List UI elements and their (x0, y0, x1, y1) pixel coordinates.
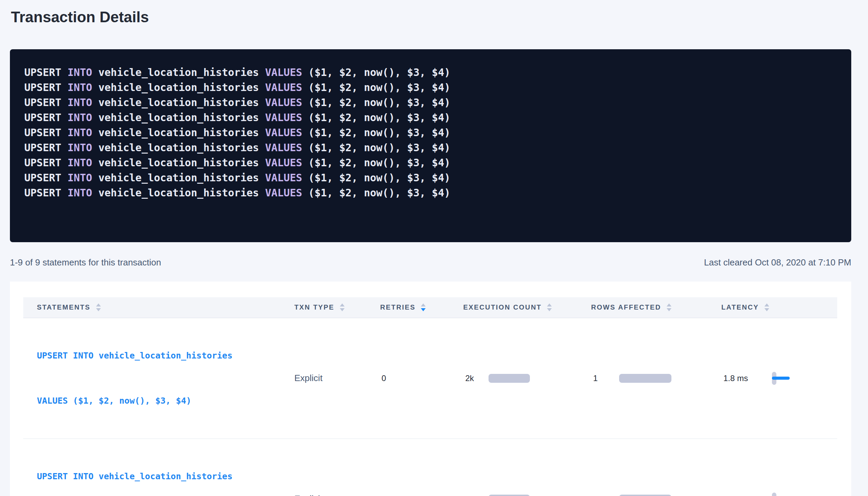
sql-text: UPSERT (24, 142, 67, 154)
rows-affected-bar (619, 374, 671, 383)
column-label: RETRIES (380, 303, 415, 311)
sql-keyword: INTO (67, 142, 92, 154)
last-cleared-label: Last cleared Oct 08, 2020 at 7:10 PM (704, 257, 851, 268)
column-header-statements[interactable]: STATEMENTS (23, 297, 294, 318)
table-row: UPSERT INTO vehicle_location_histories V… (23, 318, 837, 439)
sql-text: UPSERT (24, 172, 67, 184)
sort-icon[interactable] (547, 303, 552, 311)
sql-statement-line: UPSERT INTO vehicle_location_histories V… (24, 170, 838, 185)
sql-keyword: VALUES (265, 112, 302, 123)
sql-keyword: VALUES (265, 96, 302, 108)
sort-icon[interactable] (421, 303, 426, 311)
sql-keyword: INTO (67, 112, 92, 123)
column-label: EXECUTION COUNT (463, 303, 542, 311)
txn-type-value: Explicit (294, 373, 322, 383)
sql-table-name: vehicle_location_histories (92, 127, 265, 139)
statement-line-2: VALUES ($1, $2, now(), $3, $4) (37, 393, 232, 408)
sql-text: UPSERT (24, 127, 67, 139)
txn-type-value: Explicit (294, 494, 322, 496)
execution-count-value: 2k (465, 494, 489, 496)
sql-text: ($1, $2, now(), $3, $4) (302, 127, 450, 139)
sql-text: UPSERT (24, 157, 67, 169)
sql-statement-line: UPSERT INTO vehicle_location_histories V… (24, 140, 838, 155)
sql-text: ($1, $2, now(), $3, $4) (302, 81, 450, 93)
latency-bar (772, 377, 790, 380)
sql-keyword: INTO (67, 187, 92, 199)
sql-text: ($1, $2, now(), $3, $4) (302, 66, 450, 78)
column-header-retries[interactable]: RETRIES (380, 297, 463, 318)
statement-line-1: UPSERT INTO vehicle_location_histories (37, 348, 232, 363)
sql-table-name: vehicle_location_histories (92, 157, 265, 169)
execution-count-value: 2k (465, 374, 489, 383)
table-header-row: STATEMENTS TXN TYPE RETRIES EXECUTION CO… (23, 297, 837, 318)
sql-text: ($1, $2, now(), $3, $4) (302, 172, 450, 184)
column-header-execution-count[interactable]: EXECUTION COUNT (463, 297, 591, 318)
column-header-txn-type[interactable]: TXN TYPE (294, 297, 380, 318)
sql-keyword: INTO (67, 172, 92, 184)
sql-statements-box: UPSERT INTO vehicle_location_histories V… (10, 49, 851, 242)
sql-statement-line: UPSERT INTO vehicle_location_histories V… (24, 110, 838, 125)
sql-keyword: INTO (67, 66, 92, 78)
sort-icon[interactable] (667, 303, 671, 311)
sql-text: UPSERT (24, 96, 67, 108)
column-label: STATEMENTS (37, 303, 91, 311)
sort-icon[interactable] (96, 303, 101, 311)
statement-link[interactable]: UPSERT INTO vehicle_location_histories V… (37, 439, 232, 496)
sql-keyword: VALUES (265, 187, 302, 199)
statements-table: STATEMENTS TXN TYPE RETRIES EXECUTION CO… (23, 297, 837, 496)
execution-count-bar (489, 374, 530, 383)
sql-keyword: INTO (67, 96, 92, 108)
sql-text: ($1, $2, now(), $3, $4) (302, 112, 450, 123)
latency-bar-chart (772, 492, 799, 496)
sql-statement-line: UPSERT INTO vehicle_location_histories V… (24, 185, 838, 200)
column-label: ROWS AFFECTED (591, 303, 661, 311)
column-label: TXN TYPE (294, 303, 334, 311)
retries-value: 0 (382, 494, 386, 496)
sql-text: ($1, $2, now(), $3, $4) (302, 157, 450, 169)
statement-line-1: UPSERT INTO vehicle_location_histories (37, 469, 232, 484)
sql-table-name: vehicle_location_histories (92, 96, 265, 108)
page-title: Transaction Details (10, 8, 851, 26)
sql-table-name: vehicle_location_histories (92, 66, 265, 78)
latency-value: 1.7 ms (723, 494, 772, 496)
sql-text: UPSERT (24, 66, 67, 78)
table-row: UPSERT INTO vehicle_location_histories V… (23, 439, 837, 496)
sql-table-name: vehicle_location_histories (92, 187, 265, 199)
sql-keyword: VALUES (265, 172, 302, 184)
sql-table-name: vehicle_location_histories (92, 172, 265, 184)
sort-icon[interactable] (340, 303, 345, 311)
rows-affected-value: 1 (593, 494, 619, 496)
execution-count-bar (489, 495, 530, 496)
sql-statement-line: UPSERT INTO vehicle_location_histories V… (24, 80, 838, 95)
sql-keyword: VALUES (265, 81, 302, 93)
statements-table-card: STATEMENTS TXN TYPE RETRIES EXECUTION CO… (10, 282, 851, 496)
transaction-details-page: Transaction Details UPSERT INTO vehicle_… (0, 0, 868, 496)
column-header-latency[interactable]: LATENCY (721, 297, 837, 318)
sql-table-name: vehicle_location_histories (92, 112, 265, 123)
sql-text: ($1, $2, now(), $3, $4) (302, 96, 450, 108)
sql-keyword: VALUES (265, 142, 302, 154)
sql-keyword: VALUES (265, 157, 302, 169)
sql-statement-line: UPSERT INTO vehicle_location_histories V… (24, 155, 838, 170)
sql-text: UPSERT (24, 112, 67, 123)
sql-text: UPSERT (24, 187, 67, 199)
sql-statement-line: UPSERT INTO vehicle_location_histories V… (24, 95, 838, 110)
sql-keyword: VALUES (265, 127, 302, 139)
sql-keyword: INTO (67, 157, 92, 169)
sql-statement-line: UPSERT INTO vehicle_location_histories V… (24, 125, 838, 140)
retries-value: 0 (382, 374, 386, 383)
column-label: LATENCY (721, 303, 759, 311)
latency-axis-pill (772, 493, 776, 496)
summary-row: 1-9 of 9 statements for this transaction… (10, 257, 851, 268)
statement-link[interactable]: UPSERT INTO vehicle_location_histories V… (37, 318, 232, 439)
sql-text: UPSERT (24, 81, 67, 93)
sql-keyword: INTO (67, 127, 92, 139)
sql-keyword: VALUES (265, 66, 302, 78)
sql-text: ($1, $2, now(), $3, $4) (302, 187, 450, 199)
sql-table-name: vehicle_location_histories (92, 81, 265, 93)
sort-icon[interactable] (764, 303, 769, 311)
sql-table-name: vehicle_location_histories (92, 142, 265, 154)
latency-value: 1.8 ms (723, 374, 772, 383)
column-header-rows-affected[interactable]: ROWS AFFECTED (591, 297, 721, 318)
sql-keyword: INTO (67, 81, 92, 93)
